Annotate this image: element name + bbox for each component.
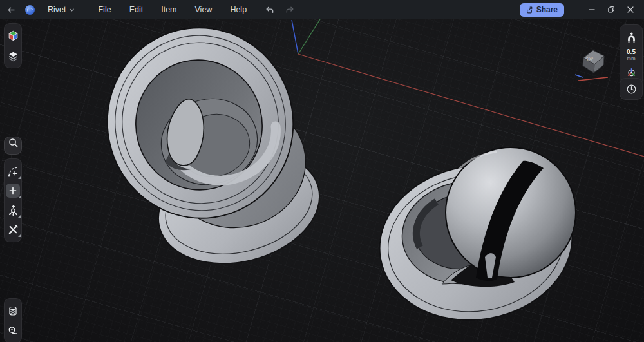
redo-button[interactable] <box>281 3 298 17</box>
mesh-tool-button[interactable] <box>4 302 22 320</box>
curve-tool-button[interactable] <box>4 162 22 180</box>
menu-help[interactable]: Help <box>221 2 256 17</box>
crossed-tools-icon <box>7 223 19 236</box>
close-button[interactable] <box>621 1 640 18</box>
flyout-corner <box>18 176 21 179</box>
menu-file[interactable]: File <box>89 2 120 17</box>
rivet-socket-object[interactable] <box>87 19 331 280</box>
nav-axis-blue <box>575 75 583 77</box>
magnet-icon <box>625 32 638 44</box>
app-logo-icon <box>25 5 35 15</box>
snap-toggle-button[interactable] <box>622 29 640 47</box>
utilities-button[interactable] <box>4 220 22 238</box>
left-toolbar <box>4 158 22 242</box>
search-icon <box>8 137 19 148</box>
redo-icon <box>285 5 295 15</box>
grid-size-value: 0.5 <box>627 49 636 56</box>
share-icon <box>525 6 533 14</box>
chevron-down-icon <box>69 7 75 13</box>
grid-size-setting[interactable]: 0.5 mm <box>627 49 636 61</box>
ball-stud-object[interactable] <box>368 147 583 334</box>
restore-button[interactable] <box>601 1 621 18</box>
scene-outliner-button[interactable] <box>4 26 22 44</box>
node-tripod-icon <box>7 204 19 216</box>
add-solid-button[interactable] <box>4 182 22 200</box>
back-button[interactable] <box>3 3 19 17</box>
layers-icon <box>7 50 19 62</box>
project-name: Rivet <box>48 5 66 14</box>
tape-measure-icon <box>7 325 19 336</box>
share-button[interactable]: Share <box>520 3 564 17</box>
left-panel-scene <box>4 23 22 68</box>
menu-edit[interactable]: Edit <box>120 2 153 17</box>
menu-view[interactable]: View <box>186 2 222 17</box>
nav-axis-red <box>578 77 608 81</box>
joint-tool-button[interactable] <box>4 201 22 219</box>
flyout-corner <box>18 234 21 237</box>
colored-cube-icon <box>7 30 19 42</box>
restore-icon <box>607 6 615 14</box>
menu-item[interactable]: Item <box>152 2 185 17</box>
clock-icon <box>625 83 638 95</box>
nav-cube[interactable]: Top <box>572 46 612 85</box>
layers-button[interactable] <box>4 47 22 65</box>
undo-button[interactable] <box>261 3 278 17</box>
flyout-corner <box>18 196 21 198</box>
arc-plus-icon <box>7 166 19 178</box>
undo-icon <box>265 5 274 15</box>
knurled-cylinder-icon <box>7 305 19 317</box>
minimize-button[interactable] <box>582 1 601 18</box>
left-panel-bottom <box>4 298 22 342</box>
scene-canvas <box>0 19 644 342</box>
app-window: Top Rivet File Edit Item View Help <box>0 0 644 342</box>
world-axes <box>292 19 644 157</box>
arrow-left-icon <box>6 5 16 15</box>
measure-button[interactable] <box>4 321 22 339</box>
close-icon <box>627 6 634 14</box>
history-panel <box>620 78 643 100</box>
menu-bar: File Edit Item View Help <box>89 2 256 17</box>
share-label: Share <box>536 5 558 14</box>
flyout-corner <box>18 215 21 218</box>
minimize-icon <box>588 6 596 14</box>
project-menu[interactable]: Rivet <box>44 3 79 16</box>
axis-gizmo-icon <box>625 66 638 79</box>
search-button[interactable] <box>4 137 22 155</box>
viewport-3d[interactable]: Top <box>0 19 644 342</box>
right-toolbar: 0.5 mm <box>620 24 643 86</box>
titlebar: Rivet File Edit Item View Help <box>0 0 644 19</box>
window-controls <box>582 0 640 19</box>
history-button[interactable] <box>622 80 640 98</box>
grid-size-unit: mm <box>627 56 635 61</box>
